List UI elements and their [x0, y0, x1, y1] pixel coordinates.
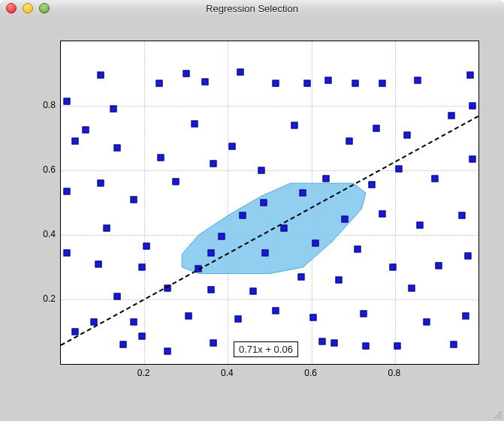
data-point[interactable] [342, 215, 349, 222]
data-point[interactable] [324, 77, 331, 83]
data-point[interactable] [431, 175, 438, 182]
data-point[interactable] [120, 341, 127, 348]
data-point[interactable] [448, 112, 454, 119]
data-point[interactable] [361, 311, 367, 317]
data-point[interactable] [318, 338, 325, 344]
data-point[interactable] [417, 222, 424, 229]
data-point[interactable] [369, 182, 376, 188]
data-point[interactable] [281, 225, 288, 232]
regression-equation: 0.71x + 0.06 [234, 341, 298, 357]
data-point[interactable] [346, 138, 352, 145]
window-content: 0.71x + 0.06 0.20.40.60.8 0.20.40.60.8 [0, 17, 504, 421]
data-point[interactable] [423, 319, 430, 326]
data-point[interactable] [208, 249, 215, 256]
data-point[interactable] [396, 165, 403, 172]
data-point[interactable] [139, 333, 146, 340]
data-point[interactable] [469, 103, 475, 110]
data-point[interactable] [228, 143, 235, 149]
data-point[interactable] [210, 340, 216, 347]
data-point[interactable] [304, 80, 311, 86]
gridline-vertical [228, 41, 228, 364]
data-point[interactable] [239, 212, 246, 219]
data-point[interactable] [323, 175, 330, 182]
data-point[interactable] [465, 252, 472, 259]
data-point[interactable] [394, 343, 400, 350]
data-point[interactable] [362, 343, 369, 350]
data-point[interactable] [291, 122, 298, 128]
svg-line-3 [500, 417, 502, 419]
data-point[interactable] [409, 284, 415, 291]
data-point[interactable] [249, 288, 256, 295]
resize-grip-icon[interactable] [492, 409, 502, 419]
y-tick-label: 0.2 [18, 293, 56, 304]
data-point[interactable] [131, 196, 137, 203]
data-point[interactable] [237, 68, 244, 75]
data-point[interactable] [158, 154, 164, 161]
data-point[interactable] [450, 341, 457, 348]
data-point[interactable] [201, 78, 208, 85]
gridline-vertical [395, 41, 396, 364]
data-point[interactable] [436, 262, 442, 269]
data-point[interactable] [143, 243, 149, 250]
data-point[interactable] [183, 71, 189, 77]
data-point[interactable] [110, 106, 116, 113]
data-point[interactable] [466, 72, 473, 79]
data-point[interactable] [235, 315, 242, 322]
data-point[interactable] [64, 98, 71, 104]
app-window: Regression Selection 0.71x + 0.06 0.20.4… [0, 0, 504, 421]
gridline-horizontal [61, 235, 478, 236]
data-point[interactable] [185, 312, 192, 319]
gridline-vertical [144, 41, 145, 364]
data-point[interactable] [219, 233, 225, 240]
x-tick-label: 0.4 [221, 368, 234, 378]
data-point[interactable] [300, 190, 306, 197]
data-point[interactable] [258, 167, 264, 174]
data-point[interactable] [331, 340, 338, 347]
data-point[interactable] [273, 80, 279, 86]
data-point[interactable] [458, 212, 465, 219]
data-point[interactable] [97, 72, 104, 79]
data-point[interactable] [404, 131, 411, 138]
data-point[interactable] [104, 225, 110, 232]
data-point[interactable] [310, 314, 317, 320]
data-point[interactable] [114, 144, 121, 151]
close-icon[interactable] [6, 3, 17, 14]
data-point[interactable] [262, 249, 269, 256]
x-tick-label: 0.2 [137, 368, 150, 378]
zoom-icon[interactable] [39, 3, 50, 14]
data-point[interactable] [164, 347, 171, 354]
data-point[interactable] [97, 180, 104, 187]
data-point[interactable] [469, 155, 475, 162]
data-point[interactable] [312, 239, 319, 246]
data-point[interactable] [83, 127, 89, 134]
data-point[interactable] [390, 264, 397, 271]
data-point[interactable] [352, 80, 358, 86]
data-point[interactable] [191, 120, 198, 127]
data-point[interactable] [114, 293, 121, 299]
minimize-icon[interactable] [23, 3, 33, 14]
data-point[interactable] [131, 319, 137, 326]
data-point[interactable] [415, 77, 421, 83]
data-point[interactable] [64, 249, 71, 256]
data-point[interactable] [335, 277, 342, 284]
data-point[interactable] [72, 138, 79, 145]
data-point[interactable] [172, 179, 179, 185]
data-point[interactable] [155, 80, 162, 86]
data-point[interactable] [354, 246, 361, 253]
data-point[interactable] [297, 273, 304, 280]
y-tick-label: 0.8 [18, 100, 56, 110]
data-point[interactable] [210, 161, 216, 167]
data-point[interactable] [95, 260, 102, 267]
titlebar[interactable]: Regression Selection [0, 0, 504, 17]
data-point[interactable] [64, 188, 71, 194]
data-point[interactable] [260, 200, 267, 206]
data-point[interactable] [139, 264, 146, 271]
y-tick-label: 0.6 [18, 164, 56, 175]
data-point[interactable] [208, 287, 215, 293]
data-point[interactable] [379, 211, 386, 218]
plot-axes[interactable]: 0.71x + 0.06 [60, 41, 479, 365]
data-point[interactable] [273, 308, 279, 314]
data-point[interactable] [379, 80, 386, 86]
data-point[interactable] [463, 312, 469, 319]
data-point[interactable] [373, 125, 379, 132]
